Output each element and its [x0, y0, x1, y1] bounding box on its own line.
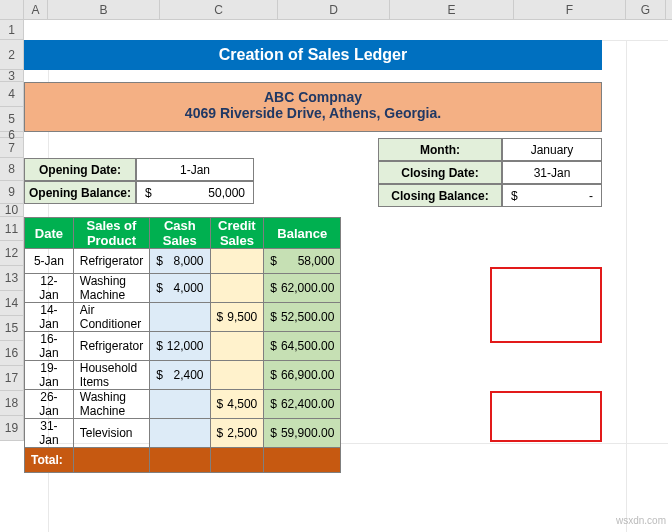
ledger-table: Date Sales of Product Cash Sales Credit …	[24, 217, 341, 473]
cell-balance[interactable]: $66,900.00	[264, 361, 341, 390]
cell-date[interactable]: 31-Jan	[25, 419, 74, 448]
closing-balance-value: -	[589, 189, 593, 203]
currency-symbol: $	[145, 186, 152, 200]
summary-right: Month: January Closing Date: 31-Jan Clos…	[378, 138, 602, 207]
cell-balance[interactable]: $58,000	[264, 249, 341, 274]
table-row: 26-JanWashing Machine$4,500$62,400.00	[25, 390, 341, 419]
row-header-10[interactable]: 10	[0, 204, 24, 217]
watermark: wsxdn.com	[616, 515, 666, 526]
cell-credit[interactable]: $4,500	[210, 390, 264, 419]
col-header-B[interactable]: B	[48, 0, 160, 19]
page-title: Creation of Sales Ledger	[24, 40, 602, 70]
row-header-4[interactable]: 4	[0, 82, 24, 107]
col-credit[interactable]: Credit Sales	[210, 218, 264, 249]
month-label: Month:	[378, 138, 502, 161]
row-header-13[interactable]: 13	[0, 266, 24, 291]
cell-cash[interactable]: $12,000	[150, 332, 210, 361]
cell-date[interactable]: 26-Jan	[25, 390, 74, 419]
cell-date[interactable]: 14-Jan	[25, 303, 74, 332]
cell-credit[interactable]: $2,500	[210, 419, 264, 448]
row-header-2[interactable]: 2	[0, 40, 24, 70]
opening-balance-value: 50,000	[208, 186, 245, 200]
total-row: Total:	[25, 448, 341, 473]
cell-balance[interactable]: $62,000.00	[264, 274, 341, 303]
col-product[interactable]: Sales of Product	[73, 218, 149, 249]
currency-symbol: $	[511, 189, 518, 203]
cell-date[interactable]: 16-Jan	[25, 332, 74, 361]
row-header-16[interactable]: 16	[0, 341, 24, 366]
cell-credit[interactable]	[210, 249, 264, 274]
row-header-14[interactable]: 14	[0, 291, 24, 316]
total-cash[interactable]	[150, 448, 210, 473]
total-balance[interactable]	[264, 448, 341, 473]
company-address: 4069 Riverside Drive, Athens, Georgia.	[25, 105, 601, 121]
cell-cash[interactable]: $2,400	[150, 361, 210, 390]
cell-cash[interactable]: $8,000	[150, 249, 210, 274]
closing-date-label: Closing Date:	[378, 161, 502, 184]
col-balance[interactable]: Balance	[264, 218, 341, 249]
row-header-7[interactable]: 7	[0, 138, 24, 158]
opening-balance-label: Opening Balance:	[24, 181, 136, 204]
closing-balance-label: Closing Balance:	[378, 184, 502, 207]
cell-date[interactable]: 19-Jan	[25, 361, 74, 390]
cell-product[interactable]: Refrigerator	[73, 332, 149, 361]
cell-product[interactable]: Washing Machine	[73, 390, 149, 419]
header-row: Date Sales of Product Cash Sales Credit …	[25, 218, 341, 249]
spreadsheet-grid: A B C D E F G 1 2 3 4 5 6 7 8 9 10 11 12…	[0, 0, 672, 20]
total-credit[interactable]	[210, 448, 264, 473]
row-header-11[interactable]: 11	[0, 217, 24, 241]
col-date[interactable]: Date	[25, 218, 74, 249]
table-row: 5-JanRefrigerator$8,000$58,000	[25, 249, 341, 274]
opening-date-cell[interactable]: 1-Jan	[136, 158, 254, 181]
cell-balance[interactable]: $59,900.00	[264, 419, 341, 448]
row-header-8[interactable]: 8	[0, 158, 24, 181]
cell-balance[interactable]: $62,400.00	[264, 390, 341, 419]
cell-credit[interactable]	[210, 274, 264, 303]
col-header-C[interactable]: C	[160, 0, 278, 19]
cell-product[interactable]: Washing Machine	[73, 274, 149, 303]
col-header-A[interactable]: A	[24, 0, 48, 19]
row-header-9[interactable]: 9	[0, 181, 24, 204]
highlight-box-1	[490, 267, 602, 343]
cell-date[interactable]: 12-Jan	[25, 274, 74, 303]
cell-product[interactable]: Air Conditioner	[73, 303, 149, 332]
closing-balance-cell[interactable]: $ -	[502, 184, 602, 207]
cell-balance[interactable]: $52,500.00	[264, 303, 341, 332]
row-header-1[interactable]: 1	[0, 20, 24, 40]
summary-left: Opening Date: 1-Jan Opening Balance: $ 5…	[24, 158, 254, 204]
col-header-D[interactable]: D	[278, 0, 390, 19]
total-label: Total:	[25, 448, 74, 473]
closing-date-cell[interactable]: 31-Jan	[502, 161, 602, 184]
row-header-19[interactable]: 19	[0, 416, 24, 441]
row-header-17[interactable]: 17	[0, 366, 24, 391]
column-headers: A B C D E F G	[0, 0, 672, 20]
table-row: 14-JanAir Conditioner$9,500$52,500.00	[25, 303, 341, 332]
col-cash[interactable]: Cash Sales	[150, 218, 210, 249]
table-row: 12-JanWashing Machine$4,000$62,000.00	[25, 274, 341, 303]
row-header-12[interactable]: 12	[0, 241, 24, 266]
table-row: 31-JanTelevision$2,500$59,900.00	[25, 419, 341, 448]
row-header-15[interactable]: 15	[0, 316, 24, 341]
row-header-3[interactable]: 3	[0, 70, 24, 82]
cell-credit[interactable]	[210, 332, 264, 361]
col-header-F[interactable]: F	[514, 0, 626, 19]
company-box: ABC Compnay 4069 Riverside Drive, Athens…	[24, 82, 602, 132]
cell-cash[interactable]	[150, 303, 210, 332]
row-header-18[interactable]: 18	[0, 391, 24, 416]
opening-balance-cell[interactable]: $ 50,000	[136, 181, 254, 204]
cell-product[interactable]: Refrigerator	[73, 249, 149, 274]
cell-credit[interactable]	[210, 361, 264, 390]
month-cell[interactable]: January	[502, 138, 602, 161]
total-product[interactable]	[73, 448, 149, 473]
col-header-G[interactable]: G	[626, 0, 666, 19]
cell-credit[interactable]: $9,500	[210, 303, 264, 332]
col-header-E[interactable]: E	[390, 0, 514, 19]
cell-balance[interactable]: $64,500.00	[264, 332, 341, 361]
cell-cash[interactable]	[150, 390, 210, 419]
cell-cash[interactable]	[150, 419, 210, 448]
cell-date[interactable]: 5-Jan	[25, 249, 74, 274]
cell-product[interactable]: Television	[73, 419, 149, 448]
cell-product[interactable]: Household Items	[73, 361, 149, 390]
opening-date-label: Opening Date:	[24, 158, 136, 181]
cell-cash[interactable]: $4,000	[150, 274, 210, 303]
